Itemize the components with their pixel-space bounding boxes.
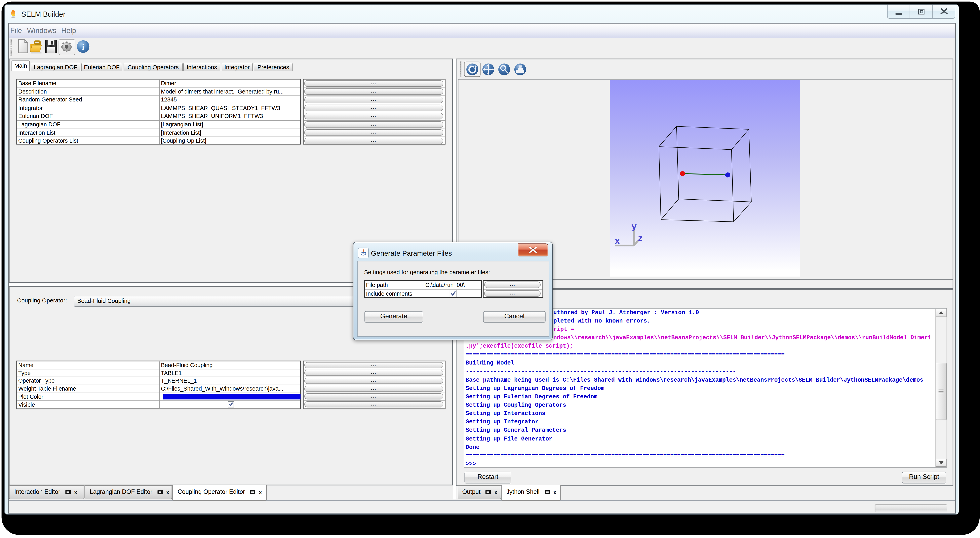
svg-text:i: i <box>82 42 84 51</box>
svg-text:x: x <box>615 236 620 246</box>
svg-text:y: y <box>632 221 637 231</box>
svg-text:z: z <box>638 233 643 243</box>
